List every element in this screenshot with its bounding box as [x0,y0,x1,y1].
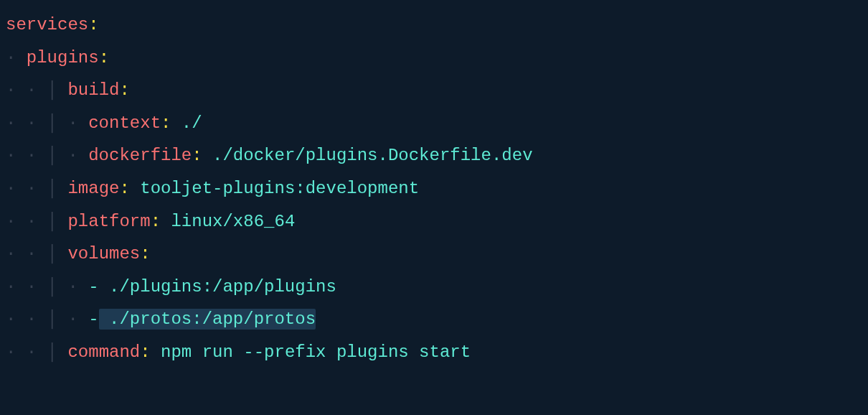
yaml-key: image [67,179,119,198]
indent-guide: · · │ [6,342,67,362]
code-line-10: · · │ · - ./protos:/app/protos [6,303,862,336]
yaml-key: volumes [67,244,140,264]
yaml-value-highlighted: ./protos:/app/protos [99,309,316,330]
code-line-4: · · │ · context: ./ [6,107,862,140]
yaml-value: ./ [171,113,202,133]
yaml-colon: : [119,80,129,100]
indent-guide: · [6,48,27,67]
code-line-11: · · │ command: npm run --prefix plugins … [6,336,862,369]
code-line-8: · · │ volumes: [6,238,862,271]
yaml-key: platform [67,212,150,231]
code-editor: services: · plugins: · · │ build: · · │ … [6,9,862,369]
code-line-3: · · │ build: [6,74,862,107]
code-line-6: · · │ image: tooljet-plugins:development [6,172,862,205]
yaml-colon: : [99,48,109,67]
yaml-dash: - [88,277,98,297]
yaml-colon: : [119,179,129,198]
yaml-colon: : [140,342,150,362]
code-line-2: · plugins: [6,42,862,75]
yaml-value: linux/x86_64 [161,212,295,231]
yaml-value: ./plugins:/app/plugins [99,277,336,297]
yaml-colon: : [88,15,98,34]
indent-guide: · · │ [6,212,67,231]
code-line-7: · · │ platform: linux/x86_64 [6,205,862,238]
yaml-colon: : [151,212,161,231]
yaml-key: context [88,113,161,133]
indent-guide: · · │ [6,244,67,264]
indent-guide: · · │ · [6,277,88,297]
indent-guide: · · │ [6,179,67,198]
indent-guide: · · │ · [6,309,88,329]
yaml-colon: : [140,244,150,264]
yaml-dash: - [88,309,98,329]
code-line-5: · · │ · dockerfile: ./docker/plugins.Doc… [6,139,862,172]
indent-guide: · · │ · [6,146,88,165]
indent-guide: · · │ [6,80,67,100]
yaml-colon: : [161,113,171,133]
yaml-key: plugins [27,48,99,67]
yaml-value: tooljet-plugins:development [130,179,419,198]
yaml-key: build [67,80,119,100]
yaml-colon: : [192,146,202,165]
code-line-1: services: [6,9,862,42]
indent-guide: · · │ · [6,113,88,133]
yaml-value: npm run --prefix plugins start [151,342,471,362]
yaml-key: command [67,342,140,362]
yaml-key: dockerfile [88,146,192,165]
code-line-9: · · │ · - ./plugins:/app/plugins [6,271,862,304]
yaml-key: services [6,15,88,34]
yaml-value: ./docker/plugins.Dockerfile.dev [202,146,533,165]
